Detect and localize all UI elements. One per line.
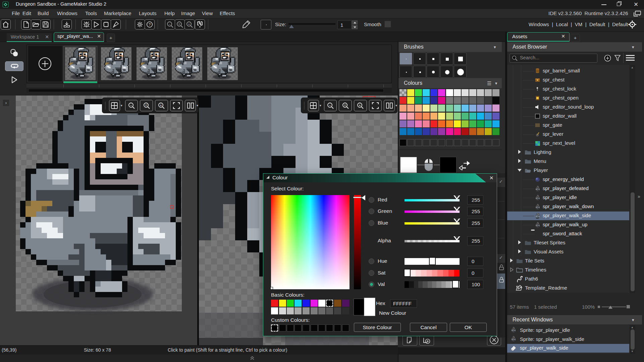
svg-text:−: − xyxy=(130,103,132,107)
svg-text:=: = xyxy=(145,103,147,107)
svg-text:+: + xyxy=(160,103,162,107)
svg-text:+: + xyxy=(359,103,361,107)
svg-text:−: − xyxy=(329,103,331,107)
svg-text:=: = xyxy=(344,103,346,107)
